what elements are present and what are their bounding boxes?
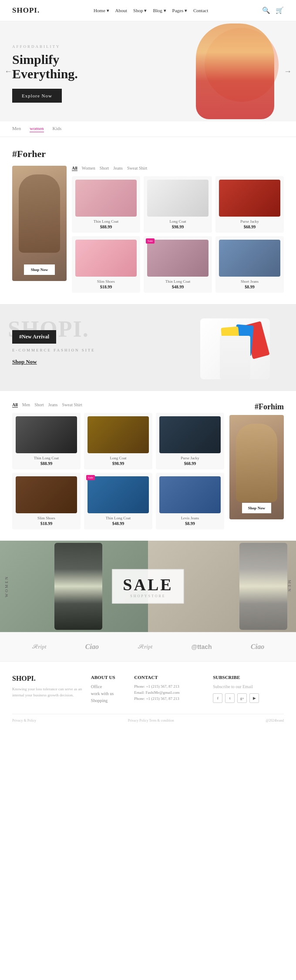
product-card: Levis Jeans $8.99: [156, 473, 224, 529]
googleplus-icon[interactable]: g+: [237, 693, 247, 703]
brand-logo-3: 𝒮cript: [138, 643, 152, 650]
product-image: [16, 416, 77, 453]
footer-link-workwithus[interactable]: work with us: [91, 691, 126, 696]
product-price: $68.99: [219, 224, 280, 229]
footer-contact: CONTACT Phone: +1 (215) 567, 87 213 Emai…: [134, 675, 205, 705]
explore-button[interactable]: Explore Now: [12, 89, 62, 103]
footer-privacy[interactable]: Privacy & Policy: [12, 719, 36, 722]
footer-about-heading: ABOUT US: [91, 675, 126, 680]
footer-bottom: Privacy & Policy Privacy Policy Term & c…: [12, 714, 284, 722]
tab-men[interactable]: Men: [12, 126, 21, 132]
forhim-model-box: Shop Now: [229, 415, 284, 519]
product-name: Thin Long Coat: [75, 219, 137, 224]
hero-section: ← AFFORDABILITY SimplifyEverything. Expl…: [0, 21, 296, 121]
product-image: [147, 180, 209, 217]
product-price: $68.99: [159, 461, 221, 466]
brands-bar: 𝒮cript Ciao 𝒮cript @ttach Ciao: [0, 632, 296, 662]
footer-desc: Knowing your loss tolerance can serve as…: [12, 686, 83, 699]
cart-icon[interactable]: 🛒: [276, 7, 284, 14]
forhim-shopnow-btn[interactable]: Shop Now: [242, 503, 271, 513]
product-price: $88.99: [16, 461, 77, 466]
filter-short[interactable]: Short: [100, 166, 109, 171]
forhim-filter-short[interactable]: Short: [34, 402, 44, 408]
arrival-woman: [183, 304, 287, 391]
footer-about: ABOUT US Office work with us Shopping: [91, 675, 126, 705]
navbar: SHOPI. Home ▾ About Shop ▾ Blog ▾ Pages …: [0, 0, 296, 21]
tab-women[interactable]: women: [30, 126, 44, 132]
product-card: Thin Long Coat $88.99: [72, 176, 140, 233]
youtube-icon[interactable]: ▶: [249, 693, 259, 703]
sale-badge: Sale: [86, 475, 95, 480]
product-price: $48.99: [87, 521, 149, 526]
hero-nav-left[interactable]: ←: [4, 67, 12, 76]
product-name: Levis Jeans: [159, 516, 221, 520]
hero-nav-right[interactable]: →: [284, 67, 292, 76]
footer-terms[interactable]: Privacy Policy Term & condition: [128, 719, 174, 722]
forhim-products: All Men Short Jeans Sweat Shirt Thin Lon…: [12, 402, 224, 529]
footer: SHOPI. Knowing your loss tolerance can s…: [0, 662, 296, 729]
footer-contact-heading: CONTACT: [134, 675, 205, 680]
product-image: [16, 476, 77, 513]
footer-social-icons: f t g+ ▶: [213, 693, 284, 703]
forhim-filter-men[interactable]: Men: [22, 402, 30, 408]
footer-link-shopping[interactable]: Shopping: [91, 698, 126, 703]
filter-jeans[interactable]: Jeans: [113, 166, 123, 171]
footer-grid: SHOPI. Knowing your loss tolerance can s…: [12, 675, 284, 705]
product-price: $98.99: [87, 461, 149, 466]
footer-contact-phone2: Phone: +1 (215) 567, 87 213: [134, 696, 205, 701]
product-name: Slim Shoes: [16, 516, 77, 520]
forhim-filter-jeans[interactable]: Jeans: [48, 402, 58, 408]
tab-kids[interactable]: Kids: [53, 126, 62, 132]
product-name: Purse Jacky: [159, 456, 221, 460]
search-icon[interactable]: 🔍: [262, 7, 270, 14]
nav-pages[interactable]: Pages ▾: [172, 8, 187, 13]
forher-model-image: Shop Now: [12, 166, 67, 293]
nav-shop[interactable]: Shop ▾: [133, 8, 147, 13]
filter-women[interactable]: Women: [82, 166, 95, 171]
nav-home[interactable]: Home ▾: [94, 8, 109, 13]
forhim-filter-sweat[interactable]: Sweat Shirt: [62, 402, 82, 408]
sale-sub: SHOPYSTORE: [123, 594, 173, 598]
product-name: Short Jeans: [219, 279, 280, 284]
product-image: [159, 416, 221, 453]
product-card: Long Coat $98.99: [84, 413, 152, 469]
footer-subscribe-heading: SUBSCRIBE: [213, 675, 284, 680]
twitter-icon[interactable]: t: [225, 693, 235, 703]
product-card: Slim Shoes $18.99: [72, 236, 140, 293]
forhim-model-image: #Forhim Shop Now: [229, 402, 284, 529]
forhim-layout: All Men Short Jeans Sweat Shirt Thin Lon…: [12, 402, 284, 529]
facebook-icon[interactable]: f: [213, 693, 222, 703]
filter-sweatshirt[interactable]: Sweat Shirt: [127, 166, 147, 171]
gender-tabs: Men women Kids: [0, 121, 296, 137]
nav-contact[interactable]: Contact: [193, 8, 208, 13]
sale-word: SALE: [123, 575, 173, 594]
hero-visual: [187, 26, 283, 119]
product-card: Sale Thin Long Coat $48.99: [144, 236, 212, 293]
product-price: $88.99: [75, 224, 137, 229]
brand-logo-4: @ttach: [192, 643, 212, 650]
forher-shopnow-btn[interactable]: Shop Now: [24, 264, 55, 275]
product-name: Long Coat: [147, 219, 209, 224]
forher-section: #Forher Shop Now All Women Short Jeans S…: [0, 137, 296, 304]
filter-all[interactable]: All: [72, 166, 77, 171]
product-image: [159, 476, 221, 513]
footer-subscribe-text: Subscribe to our Email: [213, 684, 284, 689]
forher-products: All Women Short Jeans Sweat Shirt Thin L…: [72, 166, 284, 293]
footer-brand: SHOPI. Knowing your loss tolerance can s…: [12, 675, 83, 705]
forher-filters: All Women Short Jeans Sweat Shirt: [72, 166, 284, 171]
sale-badge: Sale: [146, 238, 155, 244]
product-card: Short Jeans $8.99: [215, 236, 284, 293]
women-side-text: WOMEN: [4, 575, 9, 597]
arrival-shopnow[interactable]: Shop Now: [12, 358, 95, 365]
footer-link-office[interactable]: Office: [91, 684, 126, 689]
product-price: $48.99: [147, 284, 209, 289]
product-name: Purse Jacky: [219, 219, 280, 224]
nav-logo[interactable]: SHOPI.: [12, 6, 40, 15]
footer-contact-email: Email: FashiMe@gmail.com: [134, 690, 205, 695]
sale-banner: WOMEN SALE SHOPYSTORE MEN: [0, 541, 296, 632]
footer-logo: SHOPI.: [12, 675, 83, 682]
nav-blog[interactable]: Blog ▾: [153, 8, 166, 13]
product-name: Thin Long Coat: [16, 456, 77, 460]
nav-about[interactable]: About: [115, 8, 128, 13]
forhim-filter-all[interactable]: All: [12, 402, 18, 408]
